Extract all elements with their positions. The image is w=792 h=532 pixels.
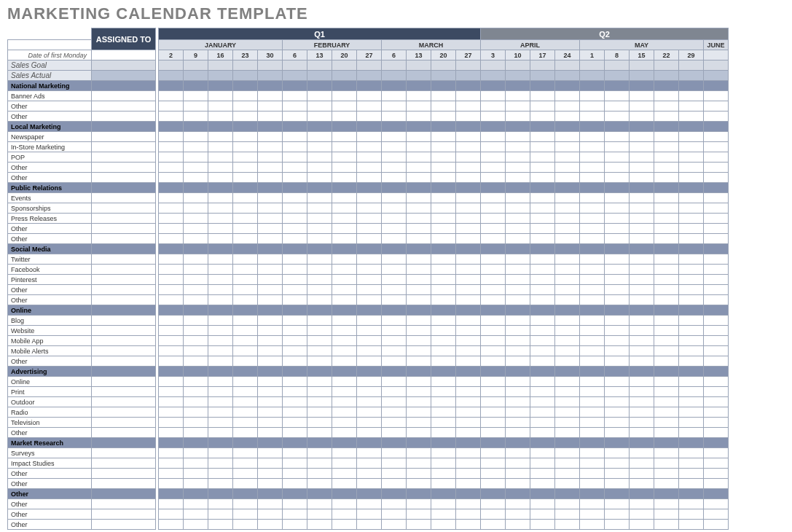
grid-cell[interactable] <box>184 91 208 101</box>
grid-cell[interactable] <box>184 458 208 469</box>
grid-cell[interactable] <box>506 499 530 509</box>
grid-cell[interactable] <box>307 285 332 295</box>
grid-cell[interactable] <box>506 316 530 326</box>
grid-cell[interactable] <box>407 163 431 173</box>
grid-cell[interactable] <box>679 316 704 326</box>
grid-cell[interactable] <box>530 326 555 336</box>
grid-cell[interactable] <box>233 336 258 346</box>
grid-cell[interactable] <box>654 101 679 112</box>
grid-cell[interactable] <box>159 254 184 265</box>
grid-cell[interactable] <box>233 254 258 265</box>
grid-cell[interactable] <box>184 428 208 438</box>
grid-cell[interactable] <box>233 203 258 214</box>
grid-cell[interactable] <box>530 418 555 428</box>
grid-cell[interactable] <box>630 316 654 326</box>
grid-cell[interactable] <box>431 316 456 326</box>
assigned-cell[interactable] <box>92 448 156 458</box>
grid-cell[interactable] <box>184 377 208 387</box>
grid-cell[interactable] <box>679 91 704 101</box>
grid-cell[interactable] <box>233 142 258 152</box>
grid-cell[interactable] <box>382 520 407 530</box>
grid-cell[interactable] <box>605 407 630 418</box>
grid-cell[interactable] <box>407 285 431 295</box>
grid-cell[interactable] <box>184 173 208 183</box>
grid-cell[interactable] <box>580 520 605 530</box>
grid-cell[interactable] <box>456 60 481 71</box>
grid-cell[interactable] <box>332 407 357 418</box>
grid-cell[interactable] <box>679 224 704 234</box>
grid-cell[interactable] <box>654 214 679 224</box>
grid-cell[interactable] <box>506 458 530 469</box>
grid-cell[interactable] <box>431 418 456 428</box>
grid-cell[interactable] <box>456 326 481 336</box>
grid-cell[interactable] <box>233 458 258 469</box>
assigned-cell[interactable] <box>92 224 156 234</box>
grid-cell[interactable] <box>208 336 233 346</box>
grid-cell[interactable] <box>506 163 530 173</box>
assigned-cell[interactable] <box>92 60 156 71</box>
grid-cell[interactable] <box>654 316 679 326</box>
grid-cell[interactable] <box>431 152 456 163</box>
grid-cell[interactable] <box>233 275 258 285</box>
grid-cell[interactable] <box>382 163 407 173</box>
grid-cell[interactable] <box>233 285 258 295</box>
grid-cell[interactable] <box>283 193 307 203</box>
grid-cell[interactable] <box>382 265 407 275</box>
grid-cell[interactable] <box>530 377 555 387</box>
grid-cell[interactable] <box>704 285 729 295</box>
grid-cell[interactable] <box>431 173 456 183</box>
grid-cell[interactable] <box>407 234 431 244</box>
grid-cell[interactable] <box>654 152 679 163</box>
grid-cell[interactable] <box>208 142 233 152</box>
grid-cell[interactable] <box>679 203 704 214</box>
grid-cell[interactable] <box>431 112 456 122</box>
grid-cell[interactable] <box>580 265 605 275</box>
grid-cell[interactable] <box>555 397 580 407</box>
grid-cell[interactable] <box>679 377 704 387</box>
grid-cell[interactable] <box>679 285 704 295</box>
assigned-cell[interactable] <box>92 203 156 214</box>
grid-cell[interactable] <box>580 152 605 163</box>
grid-cell[interactable] <box>258 499 283 509</box>
assigned-cell[interactable] <box>92 336 156 346</box>
grid-cell[interactable] <box>208 71 233 81</box>
grid-cell[interactable] <box>382 469 407 479</box>
grid-cell[interactable] <box>456 509 481 520</box>
grid-cell[interactable] <box>332 316 357 326</box>
grid-cell[interactable] <box>233 499 258 509</box>
grid-cell[interactable] <box>704 60 729 71</box>
grid-cell[interactable] <box>580 509 605 520</box>
grid-cell[interactable] <box>630 132 654 142</box>
grid-cell[interactable] <box>481 407 506 418</box>
grid-cell[interactable] <box>679 387 704 397</box>
grid-cell[interactable] <box>555 193 580 203</box>
grid-cell[interactable] <box>630 152 654 163</box>
grid-cell[interactable] <box>456 479 481 489</box>
grid-cell[interactable] <box>605 285 630 295</box>
grid-cell[interactable] <box>679 458 704 469</box>
grid-cell[interactable] <box>679 193 704 203</box>
grid-cell[interactable] <box>283 214 307 224</box>
grid-cell[interactable] <box>555 152 580 163</box>
grid-cell[interactable] <box>605 479 630 489</box>
grid-cell[interactable] <box>258 295 283 305</box>
grid-cell[interactable] <box>630 285 654 295</box>
grid-cell[interactable] <box>159 499 184 509</box>
grid-cell[interactable] <box>283 163 307 173</box>
grid-cell[interactable] <box>382 346 407 356</box>
grid-cell[interactable] <box>208 285 233 295</box>
grid-cell[interactable] <box>332 193 357 203</box>
grid-cell[interactable] <box>530 469 555 479</box>
grid-cell[interactable] <box>307 458 332 469</box>
grid-cell[interactable] <box>184 60 208 71</box>
grid-cell[interactable] <box>481 428 506 438</box>
grid-cell[interactable] <box>704 407 729 418</box>
grid-cell[interactable] <box>679 397 704 407</box>
grid-cell[interactable] <box>605 193 630 203</box>
grid-cell[interactable] <box>283 346 307 356</box>
grid-cell[interactable] <box>357 397 382 407</box>
grid-cell[interactable] <box>481 387 506 397</box>
grid-cell[interactable] <box>332 275 357 285</box>
grid-cell[interactable] <box>332 326 357 336</box>
grid-cell[interactable] <box>555 458 580 469</box>
